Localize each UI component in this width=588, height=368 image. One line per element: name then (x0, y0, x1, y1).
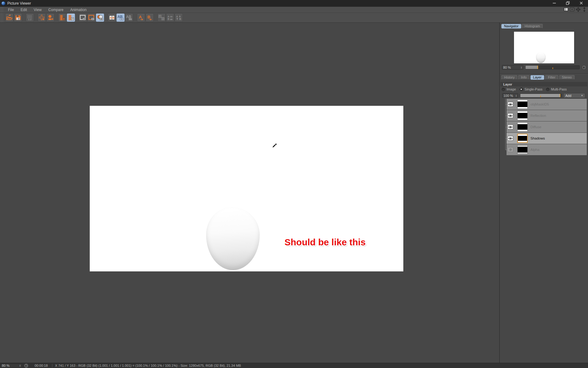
toolbar-grip-handle[interactable] (0, 13, 3, 22)
layer-thumbnail[interactable] (517, 100, 528, 109)
navigator-tabs: NavigatorHistogram (501, 24, 543, 29)
sync-ab-icon: AB (175, 14, 182, 21)
playback-button[interactable]: ▶ (24, 363, 28, 368)
image-annotation-text: Should be like this (285, 237, 366, 247)
svg-text:A: A (139, 15, 142, 19)
visibility-eye-icon[interactable] (507, 136, 513, 141)
image-manager-button[interactable] (67, 13, 75, 22)
layer-row[interactable]: objMaskID5 (507, 99, 587, 110)
panel-tab[interactable]: Stereo (559, 75, 575, 80)
status-pixel-info: X 741 / Y 163 - RGB (32 Bit) (1.001 / 1.… (55, 364, 241, 367)
swap-ab-icon: AD (158, 14, 165, 21)
layer-row[interactable]: Diffuse (507, 121, 587, 132)
panel-tab[interactable]: Info (518, 75, 529, 80)
pixel-aspect-button[interactable]: 1:2 (26, 13, 34, 22)
navigator-zoom-value: 80 % (503, 66, 521, 69)
radio-dot-icon (502, 88, 505, 91)
panel-tab[interactable]: History (501, 75, 517, 80)
layer-name: Shadows (530, 136, 545, 140)
layer-thumbnail[interactable] (517, 122, 528, 132)
close-icon (579, 1, 583, 6)
save-file-icon: ? (14, 14, 21, 21)
layer-row[interactable]: Shadows (507, 133, 587, 144)
navigator-tab[interactable]: Histogram (522, 24, 543, 29)
set-a-button[interactable]: A (137, 13, 145, 22)
layer-name: Diffuse (530, 125, 541, 129)
svg-text:A: A (176, 15, 178, 18)
set-b-icon: B (146, 14, 153, 21)
undock-panel-button[interactable] (575, 7, 581, 12)
move-image-icon (38, 14, 45, 21)
resize-panel-icon (582, 7, 586, 13)
image-viewport[interactable]: Should be like this (0, 23, 499, 363)
minimize-button[interactable] (548, 0, 561, 7)
layer-opacity-slider[interactable] (520, 94, 561, 98)
split-layout-button[interactable] (563, 7, 568, 12)
swap-ab-button[interactable]: AD (157, 13, 166, 22)
svg-text:A: A (159, 15, 161, 18)
move-image-button[interactable] (38, 13, 46, 22)
ab-ghost-icon: AB (126, 14, 133, 21)
visibility-off-icon[interactable] (507, 147, 513, 152)
image-manager-icon (67, 14, 74, 21)
ab-compare-button[interactable]: AB (116, 13, 125, 22)
open-file-button[interactable] (5, 13, 13, 22)
menubar-grip-handle[interactable] (0, 7, 3, 13)
panel-tab[interactable]: Filter (545, 75, 558, 80)
pass-mode-radio[interactable]: Image (502, 87, 516, 91)
copy-ab-icon: AB (167, 14, 174, 21)
restore-icon (566, 1, 570, 6)
svg-text:AB: AB (117, 15, 123, 18)
eyedropper-cursor-icon (272, 143, 277, 148)
visibility-eye-icon[interactable] (507, 125, 513, 129)
menu-item[interactable]: Edit (17, 7, 30, 13)
navigator-tab[interactable]: Navigator (501, 24, 521, 29)
minimize-icon (552, 1, 556, 6)
restore-button[interactable] (561, 0, 575, 7)
panel-tab[interactable]: Layer (530, 75, 545, 80)
ab-overlay-button[interactable]: AB (125, 13, 133, 22)
layer-thumbnail[interactable] (517, 134, 528, 143)
layer-row[interactable]: Reflection (507, 110, 587, 121)
layer-thumbnail[interactable] (517, 145, 528, 154)
add-layer-dropdown[interactable]: Add ▼ (563, 93, 585, 98)
pass-mode-radio[interactable]: Multi-Pass (546, 87, 567, 91)
layer-opacity-stepper[interactable]: 100 % ▲▼ (502, 93, 518, 98)
visibility-eye-icon[interactable] (507, 102, 513, 107)
render-object-button[interactable] (46, 13, 55, 22)
pass-mode-radio[interactable]: Single-Pass (520, 87, 543, 91)
stepper-arrows-icon[interactable]: ▲▼ (515, 94, 517, 97)
navigator-zoom-stepper[interactable]: 80 % ▲▼ (502, 65, 523, 70)
copy-ab-button[interactable]: AB (166, 13, 174, 22)
menu-item[interactable]: View (30, 7, 45, 13)
layer-name: Reflection (530, 114, 546, 117)
stepper-arrows-icon[interactable]: ▲▼ (521, 66, 522, 69)
close-button[interactable] (575, 0, 588, 7)
layer-thumbnail[interactable] (517, 111, 528, 120)
navigator-zoom-slider[interactable] (525, 65, 580, 69)
clear-image-icon (59, 14, 66, 21)
layer-row[interactable]: Alpha (507, 144, 587, 155)
compare-b-frame-button[interactable] (87, 13, 96, 22)
clear-image-button[interactable] (58, 13, 66, 22)
stepper-arrows-icon[interactable]: ▲▼ (19, 364, 21, 367)
menu-item[interactable]: Compare (45, 7, 67, 13)
navigator-thumbnail[interactable] (514, 32, 574, 63)
radio-dot-icon (520, 88, 523, 91)
compare-a-frame-button[interactable] (79, 13, 87, 22)
ab-split-button[interactable]: AB (108, 13, 116, 22)
visibility-eye-icon[interactable] (507, 113, 513, 118)
panel-divider (500, 74, 588, 74)
rendered-image[interactable]: Should be like this (90, 106, 403, 271)
set-b-button[interactable]: B (145, 13, 154, 22)
save-file-button[interactable]: ? (14, 13, 22, 22)
menu-item[interactable]: Animation (67, 7, 90, 13)
title-bar: Picture Viewer (0, 0, 588, 7)
statusbar-zoom-stepper[interactable]: 80 % ▲▼ (1, 364, 22, 368)
navigator-options-button[interactable]: ▶ (582, 65, 586, 70)
new-panel-button[interactable] (569, 7, 575, 12)
sync-ab-button[interactable]: AB (175, 13, 183, 22)
resize-panel-button[interactable] (582, 7, 587, 12)
menu-item[interactable]: File (5, 7, 17, 13)
compare-blend-button[interactable] (96, 13, 104, 22)
